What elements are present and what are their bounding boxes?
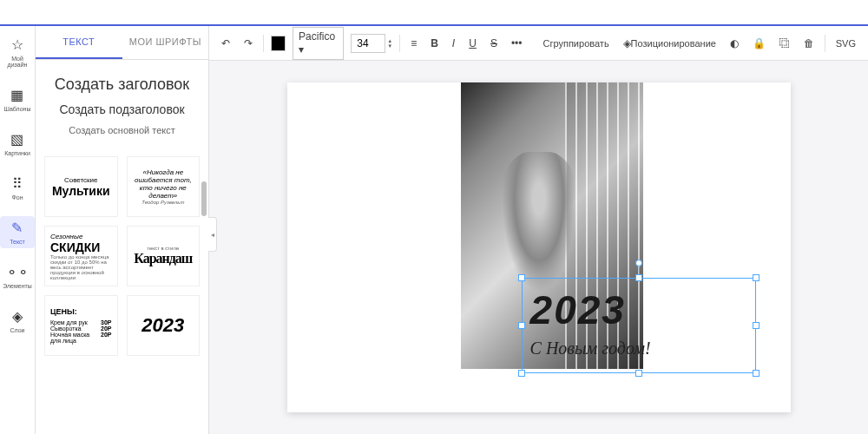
layers-icon: ◈ xyxy=(12,308,23,325)
design-canvas[interactable]: 2023 С Новым годом! xyxy=(287,82,791,412)
bold-button[interactable]: B xyxy=(427,34,442,53)
create-heading[interactable]: Создать заголовок xyxy=(44,76,200,94)
selection-box[interactable] xyxy=(522,278,756,373)
resize-handle-tl[interactable] xyxy=(518,274,525,281)
resize-handle-ml[interactable] xyxy=(518,322,525,329)
dots-icon: ⠿ xyxy=(12,175,23,192)
resize-handle-bl[interactable] xyxy=(518,370,525,377)
resize-handle-mr[interactable] xyxy=(753,322,760,329)
font-select[interactable]: Pacifico ▾ xyxy=(293,27,344,60)
layers-icon: ◈ xyxy=(623,37,631,49)
nav-my-design[interactable]: ☆Мой дизайн xyxy=(0,33,35,71)
create-body-text[interactable]: Создать основной текст xyxy=(44,125,200,135)
nav-rail: ☆Мой дизайн ▦Шаблоны ▧Картинки ⠿Фон ✎Тек… xyxy=(0,26,36,434)
redo-button[interactable]: ↷ xyxy=(240,34,256,53)
panel-tabs: ТЕКСТ МОИ ШРИФТЫ xyxy=(36,26,208,60)
position-button[interactable]: ◈ Позиционирование xyxy=(620,34,720,53)
opacity-button[interactable]: ◐ xyxy=(727,34,742,53)
nav-templates[interactable]: ▦Шаблоны xyxy=(0,83,35,115)
template-quote[interactable]: «Никогда не ошибается тот, кто ничего не… xyxy=(127,156,201,217)
color-swatch[interactable] xyxy=(271,36,286,51)
image-icon: ▧ xyxy=(10,131,23,148)
shapes-icon: ⚬⚬ xyxy=(6,264,29,280)
italic-button[interactable]: I xyxy=(449,34,458,53)
grid-icon: ▦ xyxy=(10,87,23,103)
more-button[interactable]: ••• xyxy=(508,34,526,53)
nav-images[interactable]: ▧Картинки xyxy=(0,128,35,160)
resize-handle-bm[interactable] xyxy=(635,370,642,377)
nav-text[interactable]: ✎Текст xyxy=(0,216,35,248)
strike-button[interactable]: S xyxy=(487,34,501,53)
app-topbar xyxy=(0,0,868,26)
template-prices[interactable]: ЦЕНЫ: Крем для рук30P Сыворотка20P Ночна… xyxy=(44,295,118,356)
lock-button[interactable]: 🔒 xyxy=(749,34,769,53)
nav-elements[interactable]: ⚬⚬Элементы xyxy=(0,260,35,293)
svg-button[interactable]: SVG xyxy=(832,35,859,52)
text-toolbar: ↶ ↷ Pacifico ▾ ▲▼ ≡ B I U S ••• Сгруппир… xyxy=(209,26,868,61)
size-down[interactable]: ▼ xyxy=(387,43,392,49)
collapse-panel-button[interactable]: ◂ xyxy=(208,217,217,252)
font-size-input[interactable] xyxy=(351,34,385,53)
resize-handle-tr[interactable] xyxy=(753,274,760,281)
text-icon: ✎ xyxy=(11,220,23,236)
star-icon: ☆ xyxy=(11,36,23,53)
editor-area: ↶ ↷ Pacifico ▾ ▲▼ ≡ B I U S ••• Сгруппир… xyxy=(209,26,868,434)
group-button[interactable]: Сгруппировать xyxy=(540,35,613,52)
copy-button[interactable]: ⿻ xyxy=(776,34,793,53)
create-subheading[interactable]: Создать подзаголовок xyxy=(44,102,200,116)
tab-my-fonts[interactable]: МОИ ШРИФТЫ xyxy=(122,26,209,59)
undo-button[interactable]: ↶ xyxy=(218,34,233,53)
template-pencil[interactable]: текст в стиле Карандаш xyxy=(127,226,201,286)
rotate-handle[interactable] xyxy=(635,260,642,266)
nav-background[interactable]: ⠿Фон xyxy=(0,172,35,204)
resize-handle-tm[interactable] xyxy=(635,274,642,281)
template-year[interactable]: 2023 xyxy=(127,295,201,356)
side-panel: ТЕКСТ МОИ ШРИФТЫ Создать заголовок Созда… xyxy=(36,26,209,434)
scrollbar-thumb[interactable] xyxy=(201,181,207,216)
underline-button[interactable]: U xyxy=(465,34,480,53)
delete-button[interactable]: 🗑 xyxy=(800,34,818,53)
template-sales[interactable]: Сезонные СКИДКИ Только до конца месяца с… xyxy=(44,226,118,286)
nav-layers[interactable]: ◈Слои xyxy=(0,305,35,337)
template-cartoons[interactable]: Советские Мультики xyxy=(44,156,118,217)
tab-text[interactable]: ТЕКСТ xyxy=(36,26,122,59)
resize-handle-br[interactable] xyxy=(753,370,760,377)
align-button[interactable]: ≡ xyxy=(407,34,420,53)
